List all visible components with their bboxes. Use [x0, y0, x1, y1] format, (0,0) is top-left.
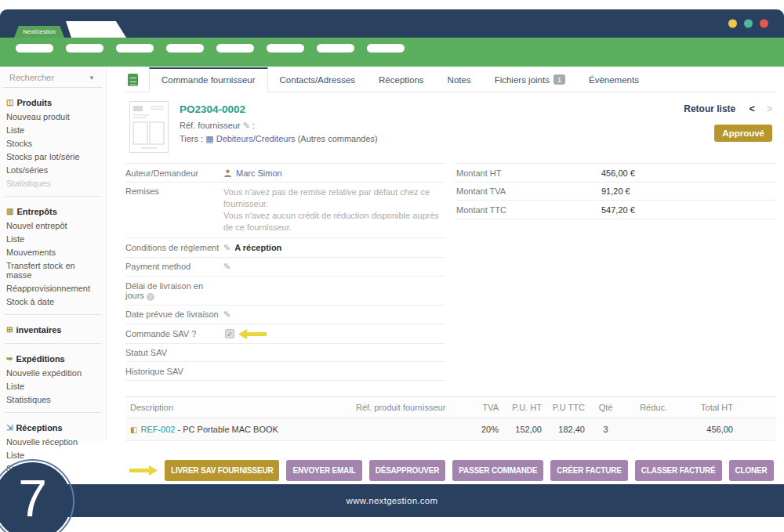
- nav-pill[interactable]: [66, 44, 103, 52]
- sidebar-head-inventaires[interactable]: ⊞ inventaires: [0, 321, 106, 337]
- sidebar-item-liste-receptions[interactable]: Liste: [0, 448, 106, 461]
- sidebar-head-entrepots[interactable]: ▥ Entrepôts: [0, 203, 106, 219]
- amount-label: Montant TTC: [456, 205, 601, 215]
- col-total-ht: Total HT: [670, 396, 776, 418]
- tab-notes[interactable]: Notes: [436, 69, 483, 92]
- po-details: Auteur/Demandeur Marc Simon Remises Vous…: [125, 163, 776, 381]
- sidebar-head-produits[interactable]: ◫ Produits: [0, 94, 106, 110]
- field-label: Date prévue de livraison: [125, 309, 223, 320]
- envoyer-email-button[interactable]: ENVOYER EMAIL: [286, 460, 361, 481]
- nav-pill-row: [0, 38, 784, 52]
- field-label: Délai de livraison en jours: [125, 281, 203, 300]
- nav-pill[interactable]: [116, 44, 154, 52]
- payment-terms-value: A réception: [234, 243, 281, 252]
- table-row[interactable]: ◧REF-002 - PC Portable MAC BOOK 20% 152,…: [125, 418, 776, 440]
- tiers-link[interactable]: Debiteurs/Crediteurs: [216, 134, 296, 143]
- cell-reduc: [623, 418, 670, 440]
- reception-icon: ⇲: [6, 424, 13, 432]
- close-dot-icon[interactable]: [760, 20, 768, 28]
- field-label: Remises: [125, 186, 223, 233]
- sidebar-item-stock-a-date[interactable]: Stock à date: [0, 295, 106, 308]
- window-controls: [728, 20, 768, 28]
- search-select[interactable]: Rechercher ▼: [3, 67, 103, 88]
- col-ref-supplier: Réf. produit fournisseur: [353, 396, 451, 418]
- box-icon: ◫: [6, 99, 13, 107]
- tab-fichiers-joints[interactable]: Fichiers joints1: [483, 68, 577, 92]
- tab-contacts-adresses[interactable]: Contacts/Adresses: [268, 69, 368, 92]
- sidebar-item-statistiques-produits: Statistiques: [0, 176, 106, 190]
- sidebar-item-nouvel-entrepot[interactable]: Nouvel entrepôt: [0, 219, 106, 232]
- cell-total-ht: 456,00: [670, 418, 776, 440]
- tab-commande-fournisseur[interactable]: Commande fournisseur: [149, 67, 268, 92]
- remise-note-2: Vous n'avez aucun crédit de réduction di…: [223, 210, 445, 233]
- active-window-tab[interactable]: [66, 21, 126, 38]
- passer-commande-button[interactable]: PASSER COMMANDE: [452, 460, 543, 481]
- prev-record-arrow[interactable]: <: [750, 103, 755, 114]
- cell-pu-ttc: 182,40: [545, 418, 588, 440]
- col-pu-ttc: P.U TTC: [545, 396, 588, 418]
- back-to-list-link[interactable]: Retour liste: [684, 103, 735, 114]
- sidebar-head-expeditions[interactable]: ➥ Expéditions: [0, 350, 106, 366]
- cell-tva: 20%: [451, 418, 502, 440]
- tab-receptions[interactable]: Réceptions: [367, 69, 436, 92]
- amount-value: 91,20 €: [601, 186, 776, 196]
- nav-pill[interactable]: [317, 44, 354, 52]
- sidebar-item-liste-entrepots[interactable]: Liste: [0, 232, 106, 245]
- sidebar-item-liste-expeditions[interactable]: Liste: [0, 379, 106, 393]
- sidebar-head-receptions[interactable]: ⇲ Réceptions: [0, 419, 106, 435]
- nav-pill[interactable]: [367, 44, 405, 52]
- nav-pill[interactable]: [16, 44, 53, 52]
- document-thumbnail[interactable]: [129, 101, 169, 153]
- author-link[interactable]: Marc Simon: [236, 168, 282, 178]
- field-sav-status: Statut SAV: [125, 344, 445, 363]
- inventory-icon: ⊞: [6, 326, 13, 334]
- cloner-button[interactable]: CLONER: [729, 460, 774, 481]
- sidebar-item-stocks[interactable]: Stocks: [0, 136, 106, 150]
- field-label: Historique SAV: [125, 367, 223, 376]
- nav-pill[interactable]: [216, 44, 254, 52]
- sidebar-section-produits: ◫ Produits Nouveau produit Liste Stocks …: [0, 88, 106, 190]
- section-title: Entrepôts: [16, 207, 56, 216]
- pencil-icon[interactable]: ✎: [243, 121, 250, 130]
- pencil-icon[interactable]: ✎: [223, 243, 230, 253]
- pencil-icon[interactable]: ✎: [223, 309, 230, 320]
- pencil-icon[interactable]: ✎: [223, 262, 230, 272]
- field-label: Commande SAV ?: [125, 329, 223, 339]
- desapprouver-button[interactable]: DÉSAPPROUVER: [369, 460, 446, 481]
- brand-tab[interactable]: NextGestion: [14, 26, 64, 38]
- creer-facture-button[interactable]: CRÉER FACTURE: [550, 460, 627, 481]
- sidebar-item-reapprovisionnement[interactable]: Réapprovisionnement: [0, 281, 106, 295]
- sidebar-item-nouvelle-expedition[interactable]: Nouvelle expédition: [0, 366, 106, 379]
- field-label: Statut SAV: [125, 348, 223, 357]
- step-number: 7: [18, 462, 47, 532]
- livrer-sav-fournisseur-button[interactable]: LIVRER SAV FOURNISSEUR: [165, 460, 279, 481]
- tab-evenements[interactable]: Évènements: [577, 69, 651, 92]
- product-ref-link[interactable]: REF-002: [140, 425, 175, 434]
- sidebar-item-stocks-lot-serie[interactable]: Stocks par lot/série: [0, 150, 106, 163]
- field-label: Auteur/Demandeur: [125, 168, 223, 178]
- sidebar-item-mouvements[interactable]: Mouvements: [0, 245, 106, 259]
- tiers-suffix: (Autres commandes): [298, 134, 378, 143]
- amount-label: Montant HT: [456, 168, 601, 178]
- maximize-dot-icon[interactable]: [744, 20, 753, 28]
- col-pu-ht: P.U. HT: [502, 396, 545, 418]
- nav-pill[interactable]: [166, 44, 204, 52]
- po-number[interactable]: PO2304-0002: [180, 103, 378, 115]
- sidebar-item-nouveau-produit[interactable]: Nouveau produit: [0, 110, 106, 123]
- cell-qty: 3: [588, 418, 623, 440]
- highlight-arrow-right-icon: [129, 465, 158, 476]
- brand-label: NextGestion: [23, 28, 55, 35]
- sidebar-item-nouvelle-reception[interactable]: Nouvelle réception: [0, 435, 106, 448]
- sidebar-item-liste-produits[interactable]: Liste: [0, 123, 106, 136]
- window-titlebar: NextGestion: [0, 9, 784, 38]
- minimize-dot-icon[interactable]: [728, 20, 737, 28]
- sav-checkbox[interactable]: ✓: [225, 329, 234, 338]
- cell-ref-supplier: [353, 418, 451, 440]
- nav-pill[interactable]: [267, 44, 304, 52]
- field-label: Conditions de règlement: [125, 243, 223, 253]
- sidebar-item-statistiques-expeditions[interactable]: Statistiques: [0, 393, 106, 406]
- sidebar-item-lots-series[interactable]: Lots/séries: [0, 163, 106, 176]
- sidebar-item-transfert-stock[interactable]: Transfert stock en masse: [0, 259, 106, 281]
- status-badge: Approuvé: [714, 125, 772, 142]
- classer-facture-button[interactable]: CLASSER FACTURÉ: [635, 460, 722, 481]
